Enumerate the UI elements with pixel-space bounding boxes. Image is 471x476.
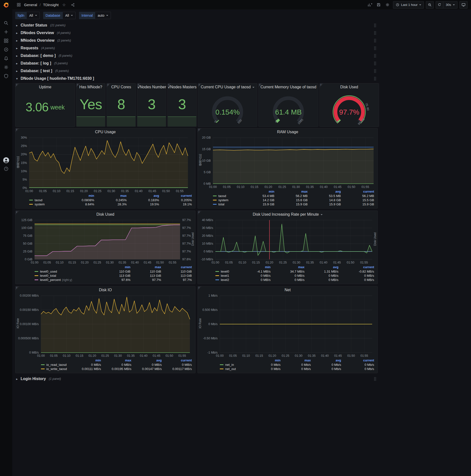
legend-header-min[interactable]: min [58,194,94,198]
row-drag-handle[interactable] [374,69,376,74]
legend-series-level0_percent[interactable]: level0_percent(right-y) [34,278,100,282]
legend-series-level2[interactable]: level2 [215,278,238,282]
legend-header-max[interactable]: max [281,358,311,363]
dashboard-grid-icon[interactable] [15,1,22,8]
variable-value-dropdown[interactable]: All [27,12,40,19]
help-icon[interactable]: ? [4,166,9,171]
row-mnodes-overview[interactable]: ▸MNodes Overview(2 panels) [15,37,378,44]
row-database-test-[interactable]: ▸Database: [ test ](5 panels) [15,67,378,75]
legend-header-current[interactable]: current [162,358,192,363]
legend-series-io_read_taosd[interactable]: io_read_taosd [41,363,71,367]
legend-header-min[interactable]: min [241,190,274,194]
row-drag-handle[interactable] [374,23,376,29]
legend-header-max[interactable]: max [94,194,127,198]
breadcrumb-dashboard[interactable]: TDinsight [43,3,59,7]
legend-header-avg[interactable]: avg [304,265,338,269]
legend-series-level0[interactable]: level0 [215,269,238,273]
breadcrumb-folder[interactable]: General [24,3,37,7]
legend-series-taosd[interactable]: taosd [213,194,241,198]
legend-header-current[interactable]: current [338,265,374,269]
panel-info-icon[interactable]: i [259,84,263,87]
panel-info-icon[interactable]: i [16,84,19,87]
row-database-log-[interactable]: ▸Database: [ log ](5 panels) [15,60,378,67]
legend-header-current[interactable]: current [341,190,374,194]
legend-series-total[interactable]: total [213,202,241,206]
row-drag-handle[interactable] [374,61,376,67]
panel-title[interactable]: VNodes Number [137,84,166,91]
zoom-out-time-button[interactable] [426,1,434,9]
panel-title[interactable]: RAM Usage [198,128,378,136]
panel-info-icon[interactable]: i [198,211,202,215]
panel-info-icon[interactable]: i [198,286,202,290]
panel-title[interactable]: VNodes Masters [168,84,197,91]
legend-header-current[interactable]: current [161,265,192,269]
row-drag-handle[interactable] [374,377,376,382]
chart-canvas[interactable]: 01:0001:0501:1001:1501:2001:2501:3001:35… [16,294,195,358]
variable-label[interactable]: fqdn [15,12,27,19]
panel-info-icon[interactable]: i [198,128,202,132]
chart-canvas[interactable]: 01:0001:0501:1001:1501:2001:2501:3001:35… [16,218,195,265]
variable-value-dropdown[interactable]: auto [95,12,111,19]
star-icon[interactable]: ☆ [61,1,67,8]
legend-series-net_in[interactable]: net_in [220,363,250,367]
row-drag-handle[interactable] [374,46,376,51]
panel-info-icon[interactable]: i [137,84,141,87]
chart-canvas[interactable]: 01:0001:0501:1001:1501:2001:2501:3001:35… [198,294,378,358]
panel-title[interactable]: CPU Cores [107,84,136,91]
variable-label[interactable]: Interval [79,12,95,19]
panel-info-icon[interactable]: i [107,84,111,87]
panel-title[interactable]: CPU Usage [16,128,195,136]
legend-header-max[interactable]: max [131,265,161,269]
legend-series-io_write_taosd[interactable]: io_write_taosd [41,367,71,371]
create-plus-icon[interactable] [4,30,9,34]
row-dnode-usage[interactable]: ▾ DNode Usage [ huolinhe-TM1701:6030 ] [15,75,378,82]
panel-info-icon[interactable]: i [198,84,202,87]
row-drag-handle[interactable] [374,31,376,36]
chart-canvas[interactable]: 01:0001:0501:1001:1501:2001:2501:3001:35… [198,136,378,190]
panel-title[interactable]: Net [198,286,378,294]
row-drag-handle[interactable] [374,77,376,82]
panel-info-icon[interactable]: i [320,84,324,87]
chart-canvas[interactable]: 01:0001:0501:1001:1501:2001:2501:3001:35… [198,218,378,265]
panel-title[interactable]: Has MNode? [76,84,105,91]
legend-header-max[interactable]: max [270,265,304,269]
panel-info-icon[interactable]: i [16,211,19,215]
legend-series-level0_total[interactable]: level0_total [34,273,100,278]
add-panel-icon[interactable] [367,1,373,8]
legend-header-avg[interactable]: avg [311,358,341,363]
legend-header-min[interactable]: min [100,265,131,269]
server-admin-shield-icon[interactable] [4,74,9,79]
panel-info-icon[interactable]: i [16,128,19,132]
row-dnodes-overview[interactable]: ▸DNodes Overview(4 panels) [15,29,378,36]
cycle-view-mode-button[interactable] [459,1,468,9]
row-login-history[interactable]: ▸ Login History (1 panel) [15,375,378,383]
variable-label[interactable]: Database [43,12,63,19]
legend-series-taosd[interactable]: taosd [29,198,58,202]
dashboards-icon[interactable] [4,38,9,43]
legend-series-system[interactable]: system [213,198,241,202]
legend-header-current[interactable]: current [159,194,192,198]
legend-header-min[interactable]: min [250,358,280,363]
panel-title[interactable]: Disk Used Increasing Rate per Minute [198,211,378,218]
variable-value-dropdown[interactable]: All [63,12,76,19]
search-icon[interactable] [4,21,9,26]
legend-header-max[interactable]: max [274,190,307,194]
grafana-logo[interactable] [3,2,9,8]
legend-series-level0_used[interactable]: level0_used [34,269,100,273]
refresh-button[interactable] [436,1,443,9]
legend-header-max[interactable]: max [101,358,132,363]
panel-title[interactable]: Disk Used [16,211,195,218]
time-range-picker[interactable]: Last 1 hour [393,1,424,9]
row-cluster-status[interactable]: ▸Cluster Status(21 panels) [15,22,378,29]
legend-series-level1[interactable]: level1 [215,273,238,278]
chart-canvas[interactable]: 01:0001:0501:1001:1501:2001:2501:3001:35… [16,136,195,194]
row-drag-handle[interactable] [374,38,376,44]
row-requests[interactable]: ▸Requests(4 panels) [15,44,378,52]
panel-title[interactable]: Uptime [16,84,75,91]
save-dashboard-icon[interactable] [375,1,382,8]
panel-info-icon[interactable]: i [16,286,19,290]
panel-info-icon[interactable]: i [168,84,171,87]
configuration-gear-icon[interactable] [4,65,9,70]
alerting-bell-icon[interactable] [4,56,9,61]
legend-header-avg[interactable]: avg [308,190,341,194]
